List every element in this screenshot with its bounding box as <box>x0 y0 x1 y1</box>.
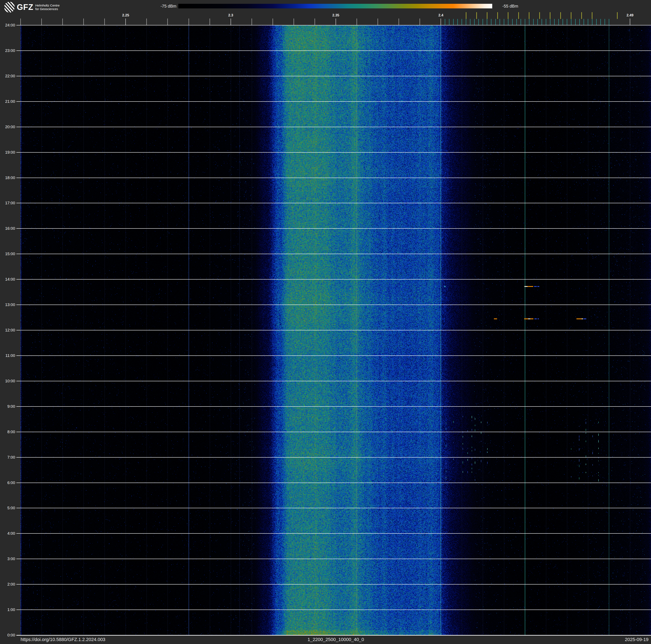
time-label: 24:00 <box>0 23 15 28</box>
freq-minor-tick <box>125 19 126 25</box>
wifi-channel-tick <box>508 12 508 19</box>
hour-gridline <box>17 406 651 407</box>
hour-gridline <box>17 25 651 25</box>
freq-tick-label: 2.25 <box>116 13 135 18</box>
ble-channel-tick <box>579 19 580 25</box>
time-label: 17:00 <box>0 201 15 205</box>
ble-channel-tick <box>512 19 513 25</box>
hour-gridline <box>17 152 651 153</box>
freq-tick-label: 2.4 <box>431 13 450 18</box>
ble-channel-tick <box>478 19 479 25</box>
time-label: 6:00 <box>0 480 15 485</box>
time-label: 5:00 <box>0 506 15 510</box>
time-label: 22:00 <box>0 74 15 79</box>
ble-channel-tick <box>546 19 546 25</box>
dataset-filename: 1_2200_2500_10000_40_0 <box>21 637 651 642</box>
ble-channel-tick <box>470 19 470 25</box>
hour-gridline <box>17 304 651 305</box>
freq-minor-tick <box>189 19 189 25</box>
time-label: 18:00 <box>0 176 15 180</box>
ble-channel-tick <box>453 19 454 25</box>
ble-channel-tick <box>508 19 508 25</box>
hour-gridline <box>17 203 651 203</box>
ble-channel-tick <box>596 19 597 25</box>
time-label: 4:00 <box>0 531 15 536</box>
freq-minor-tick <box>630 19 630 25</box>
date-label: 2025-09-19 <box>625 637 649 642</box>
ble-channel-tick <box>525 19 525 25</box>
hour-gridline <box>17 330 651 330</box>
time-label: 20:00 <box>0 125 15 129</box>
time-label: 19:00 <box>0 150 15 155</box>
hour-gridline <box>17 559 651 559</box>
hour-gridline <box>17 279 651 280</box>
time-label: 1:00 <box>0 608 15 612</box>
ble-channel-tick <box>575 19 576 25</box>
freq-minor-tick <box>315 19 315 25</box>
hour-gridline <box>17 432 651 432</box>
hour-gridline <box>17 76 651 76</box>
hour-gridline <box>17 51 651 51</box>
gfz-globe-icon <box>4 2 15 12</box>
ble-channel-tick <box>491 19 491 25</box>
ble-channel-tick <box>457 19 458 25</box>
freq-minor-tick <box>336 19 336 25</box>
hour-gridline <box>17 355 651 356</box>
freq-minor-tick <box>20 19 21 25</box>
hour-gridline <box>17 482 651 483</box>
ble-channel-tick <box>500 19 500 25</box>
hour-gridline <box>17 228 651 229</box>
ble-channel-tick <box>462 19 462 25</box>
time-label: 15:00 <box>0 252 15 256</box>
freq-minor-tick <box>420 19 420 25</box>
ble-channel-tick <box>521 19 521 25</box>
ble-channel-tick <box>466 19 466 25</box>
ble-channel-tick <box>537 19 538 25</box>
time-label: 21:00 <box>0 99 15 104</box>
ble-channel-tick <box>588 19 588 25</box>
time-label: 10:00 <box>0 379 15 383</box>
hour-gridline <box>17 457 651 458</box>
time-label: 14:00 <box>0 277 15 282</box>
freq-tick-label: 2.3 <box>221 13 240 18</box>
hour-gridline <box>17 101 651 102</box>
ble-channel-tick <box>517 19 517 25</box>
wifi-channel-tick <box>617 12 618 19</box>
freq-minor-tick <box>378 19 378 25</box>
freq-minor-tick <box>41 19 42 25</box>
ble-channel-tick <box>571 19 571 25</box>
ble-channel-tick <box>541 19 542 25</box>
ble-channel-tick <box>609 19 609 25</box>
colorbar <box>178 4 492 8</box>
wifi-channel-tick <box>529 12 529 19</box>
ble-channel-tick <box>604 19 605 25</box>
ble-channel-tick <box>474 19 474 25</box>
ble-channel-tick <box>554 19 555 25</box>
hour-gridline <box>17 254 651 254</box>
time-label: 9:00 <box>0 404 15 409</box>
ble-channel-tick <box>533 19 534 25</box>
ble-channel-tick <box>600 19 601 25</box>
hour-gridline <box>17 635 651 636</box>
ble-channel-tick <box>487 19 487 25</box>
ble-channel-tick <box>550 19 550 25</box>
time-label: 0:00 <box>0 633 15 638</box>
wifi-channel-tick <box>550 12 550 19</box>
freq-minor-tick <box>252 19 252 25</box>
time-label: 3:00 <box>0 557 15 561</box>
ble-channel-tick <box>445 19 445 25</box>
ble-channel-tick <box>495 19 496 25</box>
time-label: 2:00 <box>0 582 15 587</box>
gfz-brand: GFZ <box>17 3 33 12</box>
freq-minor-tick <box>441 19 441 25</box>
time-label: 12:00 <box>0 328 15 332</box>
wifi-channel-tick <box>487 12 488 19</box>
time-label: 11:00 <box>0 353 15 358</box>
time-label: 16:00 <box>0 226 15 231</box>
freq-minor-tick <box>273 19 273 25</box>
colorbar-min-label: -75 dBm <box>147 4 177 8</box>
time-label: 23:00 <box>0 48 15 53</box>
time-label: 13:00 <box>0 302 15 307</box>
gfz-subtitle: Helmholtz Centre for Geosciences <box>35 4 60 11</box>
hour-gridline <box>17 584 651 585</box>
